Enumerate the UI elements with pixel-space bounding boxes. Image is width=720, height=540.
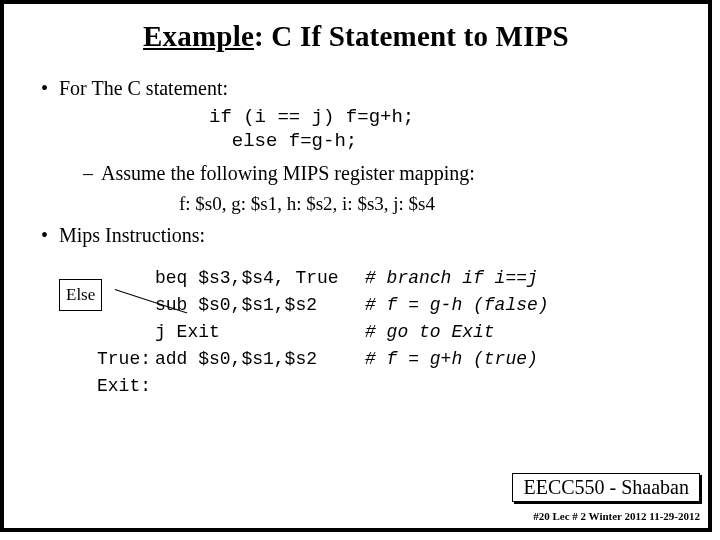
c-code-block: if (i == j) f=g+h; else f=g-h; [209, 106, 668, 154]
mips-label-cell: True: [97, 346, 155, 373]
mips-row: Exit: [97, 373, 668, 400]
mips-code-block: Else beq $s3,$s4, True# branch if i==j s… [97, 265, 668, 400]
mips-row: beq $s3,$s4, True# branch if i==j [97, 265, 668, 292]
c-code-line2: else f=g-h; [209, 130, 668, 154]
bullet-c-statement: For The C statement: [59, 75, 668, 102]
title-underlined: Example [143, 20, 254, 52]
content: For The C statement: if (i == j) f=g+h; … [4, 75, 708, 400]
mips-comment-cell: # branch if i==j [365, 268, 538, 288]
slide: Example: C If Statement to MIPS For The … [0, 0, 712, 532]
c-statement-label: For The C statement: [59, 77, 228, 99]
mips-instr-cell: add $s0,$s1,$s2 [155, 346, 365, 373]
assume-label: Assume the following MIPS register mappi… [101, 162, 475, 184]
else-annotation-box: Else [59, 279, 102, 311]
slide-title: Example: C If Statement to MIPS [4, 20, 708, 53]
mips-instructions-label: Mips Instructions: [59, 224, 205, 246]
mips-comment-cell: # f = g+h (true) [365, 349, 538, 369]
mips-row: True:add $s0,$s1,$s2# f = g+h (true) [97, 346, 668, 373]
footer-meta: #20 Lec # 2 Winter 2012 11-29-2012 [533, 510, 700, 522]
mips-comment-cell: # f = g-h (false) [365, 295, 549, 315]
mips-comment-cell: # go to Exit [365, 322, 495, 342]
register-mapping: f: $s0, g: $s1, h: $s2, i: $s3, j: $s4 [179, 191, 668, 217]
mips-instr-cell: sub $s0,$s1,$s2 [155, 292, 365, 319]
mips-instr-cell: j Exit [155, 319, 365, 346]
mips-instr-cell: beq $s3,$s4, True [155, 265, 365, 292]
c-code-line1: if (i == j) f=g+h; [209, 106, 668, 130]
subbullet-assume: Assume the following MIPS register mappi… [101, 160, 668, 187]
title-rest: : C If Statement to MIPS [254, 20, 569, 52]
bullet-mips: Mips Instructions: [59, 222, 668, 249]
mips-label-cell: Exit: [97, 373, 155, 400]
footer-course-box: EECC550 - Shaaban [512, 473, 700, 502]
